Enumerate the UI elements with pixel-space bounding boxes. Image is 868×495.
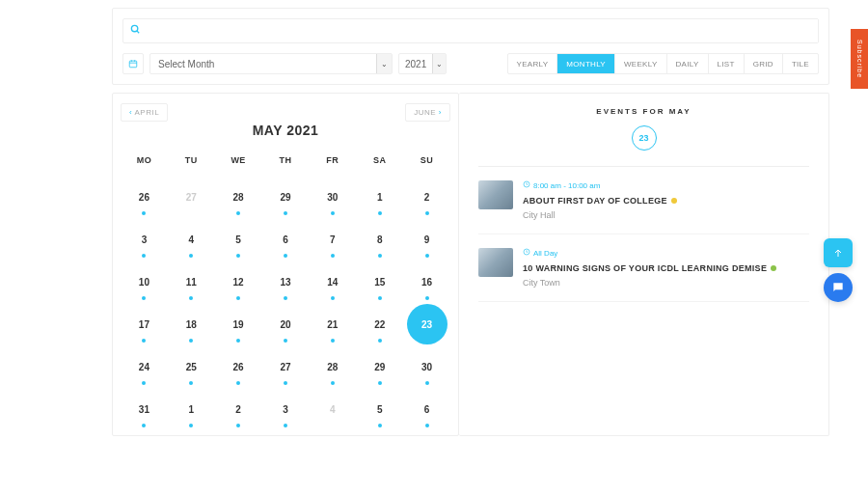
- prev-month-label: APRIL: [134, 108, 159, 117]
- calendar-day[interactable]: 22: [356, 314, 403, 335]
- calendar-day[interactable]: 9: [403, 229, 450, 250]
- calendar-day[interactable]: 26: [215, 356, 262, 377]
- day-number: 7: [330, 234, 336, 245]
- tab-monthly[interactable]: Monthly: [557, 54, 615, 73]
- calendar-day[interactable]: 3: [262, 399, 310, 420]
- event-dot: [378, 296, 382, 300]
- calendar-day[interactable]: 28: [215, 186, 262, 207]
- tab-tile[interactable]: Tile: [783, 54, 818, 73]
- calendar-day[interactable]: 2: [403, 186, 450, 207]
- filter-row: Select Month ⌄ 2021 ⌄ YearlyMonthlyWeekl…: [122, 53, 819, 74]
- calendar-day[interactable]: 10: [121, 271, 168, 292]
- calendar-day[interactable]: 15: [356, 271, 403, 292]
- day-number: 4: [330, 404, 336, 415]
- calendar-day[interactable]: 29: [356, 356, 403, 377]
- calendar-day[interactable]: 27: [168, 186, 215, 207]
- day-number: 28: [233, 192, 244, 203]
- calendar-day[interactable]: 3: [121, 229, 168, 250]
- calendar-day[interactable]: 5: [356, 399, 403, 420]
- year-select[interactable]: 2021 ⌄: [398, 53, 447, 74]
- event-title: ABOUT FIRST DAY OF COLLEGE: [523, 196, 667, 206]
- tab-weekly[interactable]: Weekly: [615, 54, 667, 73]
- chat-button[interactable]: [824, 273, 853, 302]
- calendar-day[interactable]: 20: [262, 314, 310, 335]
- search-input[interactable]: [147, 19, 818, 42]
- event-dot: [236, 381, 240, 385]
- day-number: 29: [374, 362, 385, 372]
- tab-yearly[interactable]: Yearly: [508, 54, 558, 73]
- scroll-top-button[interactable]: [824, 238, 853, 267]
- calendar-day[interactable]: 4: [309, 399, 356, 420]
- next-month-button[interactable]: JUNE ›: [405, 103, 450, 122]
- event-dot: [425, 211, 429, 215]
- day-number: 9: [424, 234, 430, 245]
- event-dot: [284, 211, 287, 215]
- day-number: 15: [374, 277, 385, 288]
- calendar-day[interactable]: 7: [309, 229, 356, 250]
- calendar-day[interactable]: 21: [309, 314, 356, 335]
- calendar-day[interactable]: 19: [215, 314, 262, 335]
- calendar-day[interactable]: 8: [356, 229, 403, 250]
- tab-grid[interactable]: Grid: [745, 54, 783, 73]
- calendar-day[interactable]: 18: [168, 314, 215, 335]
- divider: [478, 166, 809, 167]
- calendar-day[interactable]: 24: [121, 356, 168, 377]
- calendar-day[interactable]: 11: [168, 271, 215, 292]
- calendar-day[interactable]: 2: [215, 399, 262, 420]
- event-dot: [189, 254, 193, 258]
- calendar-day[interactable]: 1: [356, 186, 403, 207]
- day-number: 5: [377, 404, 383, 415]
- day-number: 18: [186, 319, 197, 330]
- calendar-day[interactable]: 16: [403, 271, 450, 292]
- calendar-panel: ‹ APRIL JUNE › MAY 2021 MOTUWETHFRSASU26…: [112, 93, 459, 436]
- calendar-day[interactable]: 25: [168, 356, 215, 377]
- calendar-day[interactable]: 31: [121, 399, 168, 420]
- event-dot: [236, 296, 240, 300]
- event-item[interactable]: All Day10 WARNING SIGNS OF YOUR ICDL LEA…: [478, 248, 809, 302]
- calendar-day[interactable]: 13: [262, 271, 310, 292]
- event-dot: [189, 381, 193, 385]
- event-location: City Hall: [523, 210, 809, 220]
- tab-list[interactable]: List: [709, 54, 745, 73]
- calendar-day[interactable]: 27: [262, 356, 310, 377]
- calendar-day[interactable]: 6: [403, 399, 450, 420]
- calendar-day[interactable]: 17: [121, 314, 168, 335]
- calendar-day[interactable]: 1: [168, 399, 215, 420]
- day-number: 2: [235, 404, 241, 415]
- svg-point-0: [131, 25, 137, 31]
- subscribe-tab[interactable]: Subscribe: [851, 29, 868, 89]
- tab-daily[interactable]: Daily: [667, 54, 709, 73]
- calendar-day[interactable]: 4: [168, 229, 215, 250]
- event-dot: [331, 254, 335, 258]
- calendar-day[interactable]: 12: [215, 271, 262, 292]
- event-dot: [331, 296, 335, 300]
- event-dot: [284, 296, 287, 300]
- event-dot: [378, 254, 382, 258]
- prev-month-button[interactable]: ‹ APRIL: [121, 103, 168, 122]
- event-dot: [284, 424, 287, 427]
- day-number: 16: [421, 277, 432, 288]
- calendar-day[interactable]: 14: [309, 271, 356, 292]
- calendar-day[interactable]: 28: [309, 356, 356, 377]
- day-number: 14: [327, 277, 338, 288]
- calendar-day[interactable]: 26: [121, 186, 168, 207]
- day-number: 30: [327, 192, 338, 203]
- calendar-day[interactable]: 30: [403, 356, 450, 377]
- event-dot: [378, 211, 382, 215]
- chevron-down-icon: ⌄: [376, 54, 392, 73]
- event-body: All Day10 WARNING SIGNS OF YOUR ICDL LEA…: [523, 248, 809, 288]
- day-number: 19: [233, 319, 244, 330]
- event-time: 8:00 am - 10:00 am: [523, 180, 809, 190]
- calendar-day[interactable]: 6: [262, 229, 310, 250]
- day-number: 2: [424, 192, 430, 203]
- calendar-day[interactable]: 29: [262, 186, 310, 207]
- month-select[interactable]: Select Month ⌄: [149, 53, 393, 74]
- calendar-day[interactable]: 30: [309, 186, 356, 207]
- calendar-day[interactable]: 23: [407, 304, 448, 344]
- calendar-day[interactable]: 5: [215, 229, 262, 250]
- event-dot: [142, 211, 146, 215]
- day-of-week: FR: [309, 155, 356, 165]
- event-item[interactable]: 8:00 am - 10:00 amABOUT FIRST DAY OF COL…: [478, 180, 809, 234]
- event-dot: [142, 424, 146, 427]
- day-of-week: TU: [168, 155, 215, 165]
